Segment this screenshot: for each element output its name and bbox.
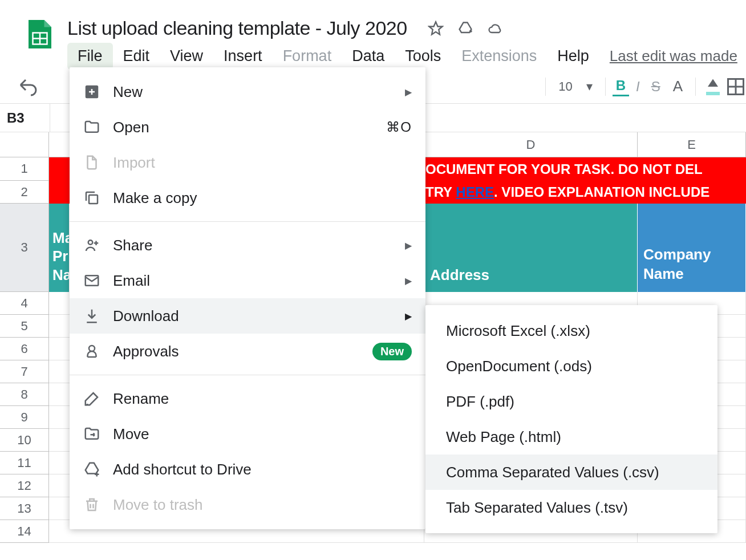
download-ods[interactable]: OpenDocument (.ods) — [425, 348, 717, 384]
menu-file[interactable]: File — [67, 43, 113, 70]
menu-new-label: New — [113, 83, 405, 101]
row-header-7[interactable]: 7 — [0, 360, 48, 383]
svg-point-17 — [89, 346, 95, 351]
menu-copy-label: Make a copy — [113, 189, 412, 207]
toolbar-divider — [695, 78, 696, 96]
row-header-4[interactable]: 4 — [0, 292, 48, 315]
menu-shortcut-label: Add shortcut to Drive — [113, 461, 412, 478]
submenu-arrow-icon: ▶ — [405, 87, 412, 98]
row-header-11[interactable]: 11 — [0, 452, 48, 474]
fill-color-icon[interactable] — [703, 76, 723, 97]
menu-item-new[interactable]: New ▶ — [70, 74, 425, 109]
row-header-9[interactable]: 9 — [0, 406, 48, 429]
drive-shortcut-icon — [83, 461, 100, 478]
sheets-logo — [23, 17, 57, 51]
cell-reference-input[interactable]: B3 — [0, 104, 50, 132]
menu-item-open[interactable]: Open ⌘O — [70, 109, 425, 145]
menu-trash-label: Move to trash — [113, 496, 412, 514]
menu-format[interactable]: Format — [273, 43, 342, 70]
menu-share-label: Share — [113, 237, 405, 254]
menu-approvals-label: Approvals — [113, 343, 372, 360]
approvals-icon — [83, 343, 100, 360]
corner-cell[interactable] — [0, 132, 48, 157]
menu-edit[interactable]: Edit — [113, 43, 160, 70]
document-title[interactable]: List upload cleaning template - July 202… — [67, 17, 407, 39]
download-submenu: Microsoft Excel (.xlsx) OpenDocument (.o… — [425, 305, 717, 533]
download-pdf[interactable]: PDF (.pdf) — [425, 384, 717, 419]
column-header-e[interactable]: E — [638, 132, 746, 157]
menu-import-label: Import — [113, 154, 412, 172]
header-cell-company[interactable]: Company Name — [638, 204, 746, 292]
header-cell-b-partial[interactable]: Ma Pr Na — [49, 204, 70, 292]
toolbar-divider — [605, 78, 606, 96]
menu-data[interactable]: Data — [342, 43, 395, 70]
download-html[interactable]: Web Page (.html) — [425, 419, 717, 455]
rename-icon — [83, 390, 100, 407]
trash-icon — [83, 496, 100, 513]
menu-divider — [70, 375, 425, 375]
undo-icon[interactable] — [17, 76, 38, 97]
submenu-arrow-icon: ▶ — [405, 240, 412, 251]
title-area: List upload cleaning template - July 202… — [67, 6, 746, 70]
menu-view[interactable]: View — [160, 43, 213, 70]
download-csv[interactable]: Comma Separated Values (.csv) — [425, 455, 717, 490]
star-icon[interactable] — [428, 21, 444, 36]
banner-here-link[interactable]: HERE — [456, 184, 494, 200]
menu-item-move[interactable]: Move — [70, 416, 425, 452]
new-badge: New — [372, 343, 412, 360]
menu-item-rename[interactable]: Rename — [70, 381, 425, 416]
menu-extensions[interactable]: Extensions — [451, 43, 547, 70]
import-icon — [83, 154, 100, 171]
row-header-13[interactable]: 13 — [0, 497, 48, 520]
strikethrough-button[interactable]: S — [647, 79, 665, 95]
menu-item-email[interactable]: Email ▶ — [70, 263, 425, 298]
menu-item-make-copy[interactable]: Make a copy — [70, 180, 425, 216]
svg-rect-5 — [706, 92, 720, 95]
row-header-1[interactable]: 1 — [0, 157, 48, 181]
menu-move-label: Move — [113, 425, 412, 443]
download-icon — [83, 307, 100, 324]
font-size-input[interactable]: 10 — [553, 79, 578, 94]
move-icon — [83, 425, 100, 443]
submenu-arrow-icon: ▶ — [405, 311, 412, 322]
svg-point-13 — [88, 240, 93, 245]
dropdown-arrow-icon[interactable]: ▾ — [581, 79, 598, 94]
row-header-12[interactable]: 12 — [0, 474, 48, 497]
title-row: List upload cleaning template - July 202… — [67, 6, 746, 43]
menu-help[interactable]: Help — [547, 43, 599, 70]
row-headers: 1 2 3 4 5 6 7 8 9 10 11 12 13 14 — [0, 132, 49, 543]
borders-icon[interactable] — [725, 76, 746, 97]
column-header-d[interactable]: D — [424, 132, 638, 157]
menu-open-label: Open — [113, 119, 386, 136]
bold-button[interactable]: B — [613, 76, 629, 96]
row-header-14[interactable]: 14 — [0, 520, 48, 543]
header-cell-address[interactable]: Address — [424, 204, 638, 292]
open-shortcut: ⌘O — [386, 119, 412, 135]
row-header-10[interactable]: 10 — [0, 429, 48, 452]
submenu-arrow-icon: ▶ — [405, 275, 412, 286]
text-color-button[interactable]: A — [667, 78, 688, 95]
download-xlsx[interactable]: Microsoft Excel (.xlsx) — [425, 313, 717, 348]
last-edit-link[interactable]: Last edit was made — [610, 47, 737, 65]
menu-divider — [70, 221, 425, 222]
download-tsv[interactable]: Tab Separated Values (.tsv) — [425, 490, 717, 525]
row-header-5[interactable]: 5 — [0, 315, 48, 338]
title-icons — [428, 21, 503, 36]
menu-item-share[interactable]: Share ▶ — [70, 228, 425, 263]
move-to-drive-icon[interactable] — [457, 21, 473, 36]
folder-icon — [83, 119, 100, 136]
row-header-3[interactable]: 3 — [0, 204, 48, 292]
row-header-6[interactable]: 6 — [0, 338, 48, 360]
row-header-8[interactable]: 8 — [0, 383, 48, 406]
new-sheet-icon — [83, 83, 100, 100]
cloud-status-icon[interactable] — [487, 21, 503, 36]
menu-item-download[interactable]: Download ▶ — [70, 298, 425, 334]
italic-button[interactable]: I — [631, 79, 644, 95]
menu-rename-label: Rename — [113, 390, 412, 408]
row-header-2[interactable]: 2 — [0, 181, 48, 204]
menu-tools[interactable]: Tools — [395, 43, 451, 70]
menu-item-add-shortcut[interactable]: Add shortcut to Drive — [70, 452, 425, 487]
menu-insert[interactable]: Insert — [213, 43, 273, 70]
menu-item-approvals[interactable]: Approvals New — [70, 334, 425, 369]
toolbar-divider — [545, 78, 546, 96]
